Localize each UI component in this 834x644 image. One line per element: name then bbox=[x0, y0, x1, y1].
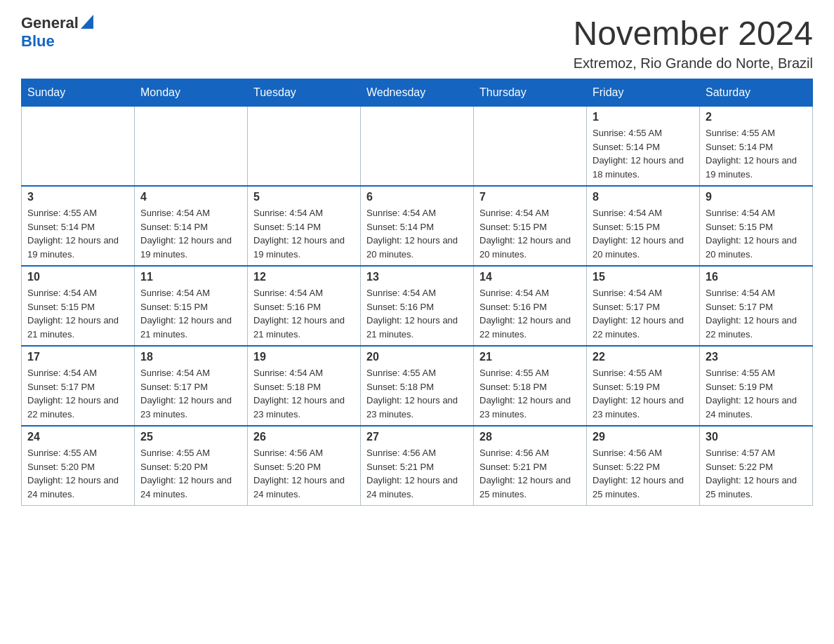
cell-info: Sunrise: 4:54 AMSunset: 5:16 PMDaylight:… bbox=[479, 286, 581, 341]
logo-triangle-icon bbox=[81, 15, 93, 29]
calendar-cell: 13Sunrise: 4:54 AMSunset: 5:16 PMDayligh… bbox=[361, 266, 474, 346]
calendar-cell: 6Sunrise: 4:54 AMSunset: 5:14 PMDaylight… bbox=[361, 186, 474, 266]
cell-date-number: 23 bbox=[706, 351, 807, 363]
cell-info: Sunrise: 4:56 AMSunset: 5:21 PMDaylight:… bbox=[366, 446, 468, 501]
calendar-cell bbox=[135, 107, 248, 187]
cell-date-number: 11 bbox=[140, 271, 241, 283]
day-header-friday: Friday bbox=[587, 79, 700, 107]
cell-date-number: 22 bbox=[593, 351, 694, 363]
week-row-4: 17Sunrise: 4:54 AMSunset: 5:17 PMDayligh… bbox=[22, 346, 813, 426]
cell-date-number: 12 bbox=[253, 271, 355, 283]
calendar-cell: 5Sunrise: 4:54 AMSunset: 5:14 PMDaylight… bbox=[248, 186, 361, 266]
cell-info: Sunrise: 4:54 AMSunset: 5:16 PMDaylight:… bbox=[253, 286, 355, 341]
cell-date-number: 14 bbox=[479, 271, 581, 283]
cell-date-number: 1 bbox=[593, 111, 694, 123]
calendar-cell: 23Sunrise: 4:55 AMSunset: 5:19 PMDayligh… bbox=[700, 346, 813, 426]
cell-info: Sunrise: 4:54 AMSunset: 5:17 PMDaylight:… bbox=[140, 366, 241, 421]
cell-info: Sunrise: 4:55 AMSunset: 5:14 PMDaylight:… bbox=[593, 126, 694, 181]
cell-date-number: 18 bbox=[140, 351, 241, 363]
cell-date-number: 13 bbox=[366, 271, 468, 283]
cell-info: Sunrise: 4:54 AMSunset: 5:17 PMDaylight:… bbox=[706, 286, 807, 341]
title-area: November 2024 Extremoz, Rio Grande do No… bbox=[573, 14, 813, 72]
calendar-cell: 21Sunrise: 4:55 AMSunset: 5:18 PMDayligh… bbox=[474, 346, 587, 426]
cell-date-number: 9 bbox=[706, 191, 807, 203]
logo: General Blue bbox=[21, 14, 93, 51]
cell-date-number: 24 bbox=[27, 431, 128, 443]
cell-date-number: 19 bbox=[253, 351, 355, 363]
calendar-cell: 17Sunrise: 4:54 AMSunset: 5:17 PMDayligh… bbox=[22, 346, 135, 426]
calendar-cell: 24Sunrise: 4:55 AMSunset: 5:20 PMDayligh… bbox=[22, 426, 135, 506]
cell-date-number: 3 bbox=[27, 191, 128, 203]
day-header-saturday: Saturday bbox=[700, 79, 813, 107]
day-header-thursday: Thursday bbox=[474, 79, 587, 107]
cell-info: Sunrise: 4:54 AMSunset: 5:18 PMDaylight:… bbox=[253, 366, 355, 421]
cell-date-number: 15 bbox=[593, 271, 694, 283]
week-row-3: 10Sunrise: 4:54 AMSunset: 5:15 PMDayligh… bbox=[22, 266, 813, 346]
cell-info: Sunrise: 4:54 AMSunset: 5:15 PMDaylight:… bbox=[479, 206, 581, 261]
cell-date-number: 27 bbox=[366, 431, 468, 443]
calendar-cell: 25Sunrise: 4:55 AMSunset: 5:20 PMDayligh… bbox=[135, 426, 248, 506]
cell-date-number: 10 bbox=[27, 271, 128, 283]
day-header-monday: Monday bbox=[135, 79, 248, 107]
header-row: SundayMondayTuesdayWednesdayThursdayFrid… bbox=[22, 79, 813, 107]
cell-date-number: 28 bbox=[479, 431, 581, 443]
svg-marker-0 bbox=[81, 15, 93, 29]
calendar-cell: 8Sunrise: 4:54 AMSunset: 5:15 PMDaylight… bbox=[587, 186, 700, 266]
cell-date-number: 17 bbox=[27, 351, 128, 363]
day-header-tuesday: Tuesday bbox=[248, 79, 361, 107]
cell-date-number: 21 bbox=[479, 351, 581, 363]
calendar-cell: 28Sunrise: 4:56 AMSunset: 5:21 PMDayligh… bbox=[474, 426, 587, 506]
calendar-cell: 4Sunrise: 4:54 AMSunset: 5:14 PMDaylight… bbox=[135, 186, 248, 266]
cell-date-number: 8 bbox=[593, 191, 694, 203]
cell-info: Sunrise: 4:55 AMSunset: 5:19 PMDaylight:… bbox=[593, 366, 694, 421]
day-header-wednesday: Wednesday bbox=[361, 79, 474, 107]
week-row-1: 1Sunrise: 4:55 AMSunset: 5:14 PMDaylight… bbox=[22, 107, 813, 187]
calendar-table: SundayMondayTuesdayWednesdayThursdayFrid… bbox=[21, 79, 813, 506]
cell-info: Sunrise: 4:54 AMSunset: 5:16 PMDaylight:… bbox=[366, 286, 468, 341]
cell-info: Sunrise: 4:56 AMSunset: 5:22 PMDaylight:… bbox=[593, 446, 694, 501]
calendar-cell: 27Sunrise: 4:56 AMSunset: 5:21 PMDayligh… bbox=[361, 426, 474, 506]
cell-date-number: 20 bbox=[366, 351, 468, 363]
cell-info: Sunrise: 4:55 AMSunset: 5:20 PMDaylight:… bbox=[27, 446, 128, 501]
cell-info: Sunrise: 4:55 AMSunset: 5:18 PMDaylight:… bbox=[366, 366, 468, 421]
cell-info: Sunrise: 4:55 AMSunset: 5:14 PMDaylight:… bbox=[27, 206, 128, 261]
calendar-cell: 3Sunrise: 4:55 AMSunset: 5:14 PMDaylight… bbox=[22, 186, 135, 266]
cell-info: Sunrise: 4:55 AMSunset: 5:19 PMDaylight:… bbox=[706, 366, 807, 421]
week-row-2: 3Sunrise: 4:55 AMSunset: 5:14 PMDaylight… bbox=[22, 186, 813, 266]
cell-info: Sunrise: 4:55 AMSunset: 5:18 PMDaylight:… bbox=[479, 366, 581, 421]
cell-date-number: 16 bbox=[706, 271, 807, 283]
week-row-5: 24Sunrise: 4:55 AMSunset: 5:20 PMDayligh… bbox=[22, 426, 813, 506]
cell-info: Sunrise: 4:54 AMSunset: 5:14 PMDaylight:… bbox=[140, 206, 241, 261]
location-title: Extremoz, Rio Grande do Norte, Brazil bbox=[573, 55, 813, 72]
page-header: General Blue November 2024 Extremoz, Rio… bbox=[21, 14, 813, 72]
month-title: November 2024 bbox=[573, 14, 813, 53]
calendar-cell bbox=[474, 107, 587, 187]
calendar-cell: 19Sunrise: 4:54 AMSunset: 5:18 PMDayligh… bbox=[248, 346, 361, 426]
cell-date-number: 5 bbox=[253, 191, 355, 203]
cell-info: Sunrise: 4:56 AMSunset: 5:20 PMDaylight:… bbox=[253, 446, 355, 501]
calendar-cell: 15Sunrise: 4:54 AMSunset: 5:17 PMDayligh… bbox=[587, 266, 700, 346]
calendar-cell: 1Sunrise: 4:55 AMSunset: 5:14 PMDaylight… bbox=[587, 107, 700, 187]
calendar-cell: 11Sunrise: 4:54 AMSunset: 5:15 PMDayligh… bbox=[135, 266, 248, 346]
calendar-cell: 26Sunrise: 4:56 AMSunset: 5:20 PMDayligh… bbox=[248, 426, 361, 506]
calendar-cell: 7Sunrise: 4:54 AMSunset: 5:15 PMDaylight… bbox=[474, 186, 587, 266]
logo-general-text: General bbox=[21, 14, 79, 32]
day-header-sunday: Sunday bbox=[22, 79, 135, 107]
cell-info: Sunrise: 4:54 AMSunset: 5:15 PMDaylight:… bbox=[140, 286, 241, 341]
calendar-cell: 29Sunrise: 4:56 AMSunset: 5:22 PMDayligh… bbox=[587, 426, 700, 506]
cell-date-number: 30 bbox=[706, 431, 807, 443]
cell-date-number: 26 bbox=[253, 431, 355, 443]
cell-date-number: 29 bbox=[593, 431, 694, 443]
cell-info: Sunrise: 4:55 AMSunset: 5:20 PMDaylight:… bbox=[140, 446, 241, 501]
cell-date-number: 4 bbox=[140, 191, 241, 203]
cell-info: Sunrise: 4:56 AMSunset: 5:21 PMDaylight:… bbox=[479, 446, 581, 501]
calendar-cell: 10Sunrise: 4:54 AMSunset: 5:15 PMDayligh… bbox=[22, 266, 135, 346]
cell-info: Sunrise: 4:54 AMSunset: 5:15 PMDaylight:… bbox=[593, 206, 694, 261]
calendar-cell: 9Sunrise: 4:54 AMSunset: 5:15 PMDaylight… bbox=[700, 186, 813, 266]
logo-blue-text: Blue bbox=[21, 32, 55, 50]
cell-info: Sunrise: 4:54 AMSunset: 5:14 PMDaylight:… bbox=[366, 206, 468, 261]
calendar-cell bbox=[248, 107, 361, 187]
calendar-cell: 16Sunrise: 4:54 AMSunset: 5:17 PMDayligh… bbox=[700, 266, 813, 346]
cell-info: Sunrise: 4:54 AMSunset: 5:14 PMDaylight:… bbox=[253, 206, 355, 261]
calendar-cell: 20Sunrise: 4:55 AMSunset: 5:18 PMDayligh… bbox=[361, 346, 474, 426]
